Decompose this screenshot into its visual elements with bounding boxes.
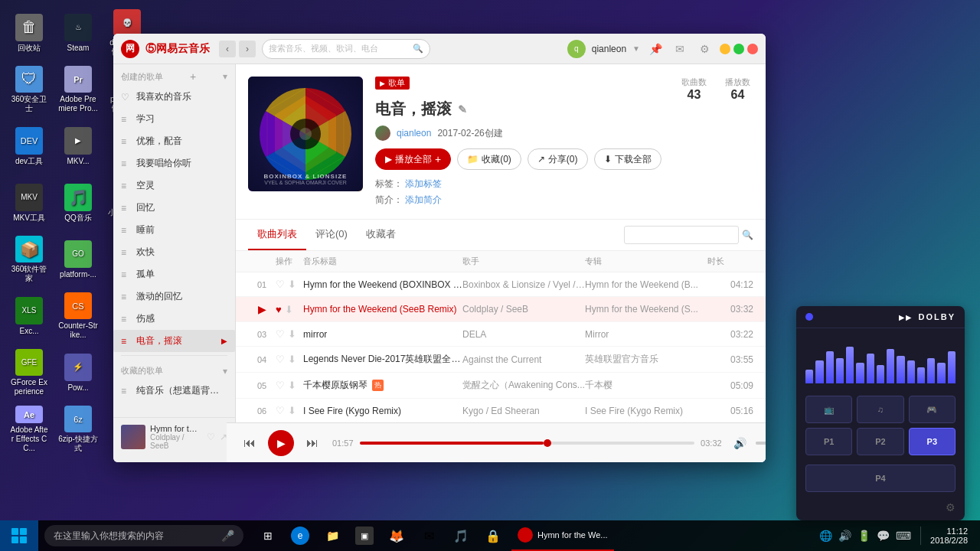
taskbar-search[interactable]: 在这里输入你想搜索的内容 🎤: [44, 525, 243, 546]
dolby-btn-game[interactable]: 🎮: [909, 396, 956, 423]
desktop-icon-recycle[interactable]: 🗑 回收站: [6, 6, 52, 60]
search-bar[interactable]: 搜索音乐、视频、歌词、电台 🔍: [262, 39, 430, 59]
taskbar-icon-explorer[interactable]: 📁: [317, 520, 348, 551]
song-search-input[interactable]: [624, 226, 739, 244]
progress-track[interactable]: [360, 442, 695, 445]
sidebar-item-pure[interactable]: ≡ 纯音乐（想遮题背单词/...: [113, 380, 235, 402]
dolby-settings-icon[interactable]: ⚙: [946, 501, 956, 514]
prev-button[interactable]: ⏮: [239, 432, 260, 454]
desktop-icon-360mgr[interactable]: 📦 360软件管家: [6, 233, 52, 286]
song-row-3[interactable]: 03 ♡ ⬇ mirror DELA Mirror 03:22: [236, 322, 766, 347]
tray-notification-icon[interactable]: 💬: [877, 530, 890, 542]
sidebar-item-moved[interactable]: ≡ 激动的回忆: [113, 285, 235, 308]
sidebar-section-toggle[interactable]: ▾: [223, 71, 227, 82]
sidebar-item-loved[interactable]: ♡ 我喜欢的音乐: [113, 86, 235, 108]
download-icon[interactable]: ⬇: [288, 354, 296, 365]
desktop-icon-steam[interactable]: ♨ Steam: [55, 6, 101, 60]
dolby-btn-video[interactable]: 📺: [805, 396, 852, 423]
sidebar-item-lonely[interactable]: ≡ 孤单: [113, 263, 235, 285]
close-button[interactable]: [747, 44, 758, 54]
sidebar-item-sleep[interactable]: ≡ 睡前: [113, 219, 235, 241]
play-pause-button[interactable]: ▶: [268, 430, 294, 456]
desktop-icon-exc[interactable]: XLS Exc...: [6, 289, 52, 343]
download-icon[interactable]: ⬇: [288, 279, 296, 290]
collected-toggle[interactable]: ▾: [223, 366, 227, 377]
download-icon[interactable]: ⬇: [288, 380, 296, 391]
sidebar-item-sad[interactable]: ≡ 伤感: [113, 308, 235, 330]
like-icon[interactable]: ♥: [276, 304, 282, 315]
dolby-btn-p4[interactable]: P4: [805, 465, 956, 492]
edit-name-button[interactable]: ✎: [458, 103, 467, 116]
taskbar-icon-lock[interactable]: 🔒: [478, 520, 508, 551]
share-button[interactable]: ↗ 分享(0): [528, 148, 588, 170]
mic-icon[interactable]: 🎤: [221, 530, 234, 542]
like-icon[interactable]: ♡: [276, 405, 285, 416]
volume-track[interactable]: [756, 442, 766, 445]
desktop-icon-mkv[interactable]: MKV MKV工具: [6, 176, 52, 230]
desktop-icon-pow[interactable]: ⚡ Pow...: [55, 346, 101, 399]
add-tag-button[interactable]: 添加标签: [405, 178, 442, 189]
desktop-icon-qqmusic[interactable]: 🎵 QQ音乐: [55, 176, 101, 230]
download-button[interactable]: ⬇ 下载全部: [594, 148, 662, 170]
volume-button[interactable]: 🔊: [731, 434, 750, 452]
back-button[interactable]: ‹: [219, 41, 236, 57]
sidebar-item-memory[interactable]: ≡ 回忆: [113, 197, 235, 219]
taskbar-icon-firefox[interactable]: 🦊: [381, 520, 412, 551]
tab-comments[interactable]: 评论(0): [306, 220, 357, 250]
sidebar-item-good[interactable]: ≡ 优雅，配音: [113, 130, 235, 152]
tray-keyboard-icon[interactable]: ⌨: [896, 530, 911, 542]
desktop-icon-cs[interactable]: CS Counter-Strike...: [55, 289, 101, 343]
tab-subscribers[interactable]: 收藏者: [357, 220, 405, 250]
song-row-2[interactable]: ▶ ♥ ⬇ Hymn for the Weekend (SeeB Remix) …: [236, 297, 766, 322]
maximize-button[interactable]: [733, 44, 744, 54]
sidebar-item-study[interactable]: ≡ 学习: [113, 108, 235, 130]
minimize-button[interactable]: [720, 44, 730, 54]
desktop-icon-platform[interactable]: GO platform-...: [55, 233, 101, 286]
create-playlist-button[interactable]: +: [190, 70, 196, 83]
tray-network-icon[interactable]: 🌐: [819, 530, 832, 542]
tray-volume-icon[interactable]: 🔊: [838, 530, 851, 542]
taskbar-active-app[interactable]: Hymn for the We...: [511, 520, 614, 551]
collect-button[interactable]: 📁 收藏(0): [457, 148, 521, 170]
like-icon[interactable]: ♡: [276, 328, 285, 340]
download-icon[interactable]: ⬇: [285, 304, 293, 315]
add-desc-button[interactable]: 添加简介: [405, 194, 442, 205]
settings-button[interactable]: ⚙: [695, 40, 714, 58]
song-row-4[interactable]: 04 ♡ ⬇ Legends Never Die-2017英雄联盟全球总决...…: [236, 347, 766, 373]
tab-search-icon[interactable]: 🔍: [742, 230, 753, 240]
like-icon[interactable]: ♡: [276, 354, 285, 365]
desktop-icon-dev[interactable]: DEV dev工具: [6, 119, 52, 173]
download-icon[interactable]: ⬇: [288, 328, 296, 340]
next-button[interactable]: ⏭: [302, 432, 323, 454]
dolby-btn-p1[interactable]: P1: [805, 428, 852, 455]
start-button[interactable]: [0, 520, 38, 551]
sidebar-item-happy[interactable]: ≡ 欢快: [113, 241, 235, 263]
song-row-1[interactable]: 01 ♡ ⬇ Hymn for the Weekend (BOXINBOX & …: [236, 272, 766, 297]
sidebar-item-erock[interactable]: ≡ 电音，摇滚 ▶: [113, 330, 235, 352]
dolby-btn-music[interactable]: ♫: [857, 396, 903, 423]
tab-songs[interactable]: 歌曲列表: [248, 220, 306, 250]
song-row-5[interactable]: 05 ♡ ⬇ 千本樱原版钢琴 热 觉醒之心（Awakening Cons... …: [236, 373, 766, 399]
like-icon[interactable]: ♡: [276, 380, 285, 391]
desktop-icon-6zip[interactable]: 6z 6zip-快捷方式: [55, 403, 101, 456]
taskbar-icon-mail[interactable]: ✉: [413, 520, 444, 551]
tray-battery-icon[interactable]: 🔋: [858, 530, 871, 542]
desktop-icon-pr[interactable]: Pr Adobe Premiere Pro...: [55, 63, 101, 116]
sidebar-item-empty[interactable]: ≡ 空灵: [113, 174, 235, 197]
taskbar-icon-edge[interactable]: e: [285, 520, 315, 551]
desktop-icon-ae[interactable]: Ae Adobe After Effects CC...: [6, 403, 52, 456]
download-icon[interactable]: ⬇: [288, 405, 296, 416]
desktop-icon-gforce[interactable]: GFE GForce Experience: [6, 346, 52, 399]
play-all-button[interactable]: ▶ 播放全部 +: [375, 148, 451, 170]
forward-button[interactable]: ›: [239, 41, 256, 57]
like-icon[interactable]: ♡: [276, 279, 285, 290]
bookmark-button[interactable]: 📌: [646, 40, 665, 58]
taskbar-clock[interactable]: 11:12 2018/2/28: [924, 527, 974, 545]
dolby-btn-p2[interactable]: P2: [857, 428, 903, 455]
taskbar-icon-music[interactable]: 🎵: [446, 520, 476, 551]
sidebar-item-sing[interactable]: ≡ 我要唱给你听: [113, 152, 235, 174]
desktop-icon-360[interactable]: 🛡 360安全卫士: [6, 63, 52, 116]
user-dropdown-icon[interactable]: ▼: [632, 44, 640, 53]
song-row-6[interactable]: 06 ♡ ⬇ I See Fire (Kygo Remix) Kygo / Ed…: [236, 399, 766, 423]
desktop-icon-mkv2[interactable]: ▶ MKV...: [55, 119, 101, 173]
